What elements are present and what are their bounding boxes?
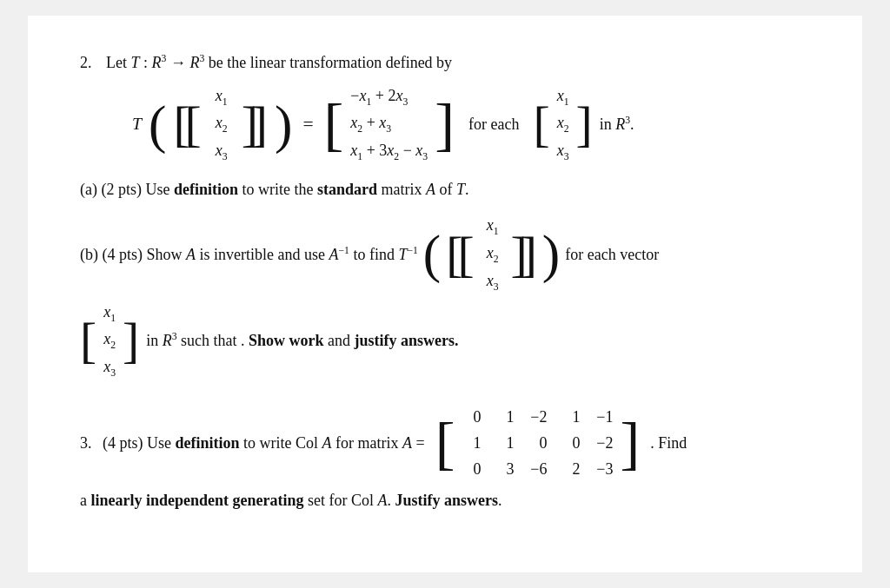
pb2-vector: x1 x2 x3 — [98, 301, 121, 381]
pb-v-row-1: x1 — [487, 214, 499, 240]
m-1-3: 0 — [561, 432, 580, 456]
problem-2-label: 2. — [80, 50, 92, 76]
rhs-row-3: x3 — [557, 139, 569, 165]
transformation-equation: T ( [ [ x1 x2 x3 ] ] ) = — [80, 84, 810, 165]
m-1-4: −2 — [594, 432, 613, 456]
m-0-0: 0 — [462, 406, 481, 430]
pb2-v2: x2 — [103, 327, 116, 353]
part-b-dbl-left: [ [ — [446, 229, 475, 280]
part-b-dbl-right: ] ] — [508, 229, 536, 280]
input-row-1: x1 — [216, 84, 228, 110]
input-row-2: x2 — [216, 111, 228, 137]
part-b-for-each-vector: for each vector — [565, 242, 659, 268]
problem-3-text: (4 pts) Use definition to write Col A fo… — [103, 431, 425, 456]
page: 2. Let T : R3 → R3 be the linear transfo… — [28, 16, 862, 573]
part-a: (a) (2 pts) Use definition to write the … — [80, 177, 810, 202]
output-row-2: x2 + x3 — [350, 111, 391, 137]
problem-2-intro: Let T : R3 → R3 be the linear transforma… — [106, 50, 452, 76]
outer-paren-right: ) — [275, 98, 292, 151]
m-1-1: 1 — [495, 432, 514, 456]
m-2-2: −6 — [528, 458, 547, 482]
pb2-bk-left: [ — [80, 315, 96, 366]
part-b-col-vector: [ x1 x2 x3 ] — [80, 301, 139, 381]
m-2-3: 2 — [561, 458, 580, 482]
input-vector: x1 x2 x3 — [210, 84, 233, 165]
matrix3x5-bracket-right: ] — [620, 413, 640, 472]
part-b-line2: [ x1 x2 x3 ] in R3 such that . Show work… — [80, 301, 810, 381]
inner-bracket-left-2: [ — [185, 99, 202, 149]
inner-bracket-right-2: ] — [251, 99, 268, 149]
output-matrix: −x1 + 2x3 x2 + x3 x1 + 3x2 − x3 — [345, 84, 433, 165]
pb2-v3: x3 — [103, 355, 116, 381]
problem-2-header: 2. Let T : R3 → R3 be the linear transfo… — [80, 50, 810, 76]
equals-sign: = — [302, 109, 313, 140]
part-b-line: (b) (4 pts) Show A is invertible and use… — [80, 214, 810, 294]
m-1-2: 0 — [528, 432, 547, 456]
find-text: . Find — [650, 431, 687, 456]
rhs-row-1: x1 — [557, 84, 569, 110]
output-bracket-right: ] — [435, 95, 455, 154]
pb-bk-r2: ] — [521, 229, 537, 280]
in-r3-text: in R3. — [600, 112, 634, 137]
for-each-text: for each — [468, 112, 519, 137]
pb-v-row-2: x2 — [487, 241, 499, 268]
part-b: (b) (4 pts) Show A is invertible and use… — [80, 214, 810, 380]
rhs-vector: x1 x2 x3 — [552, 84, 575, 165]
pb-bk-l2: [ — [457, 229, 474, 280]
m-0-2: −2 — [528, 406, 547, 430]
m-2-1: 3 — [495, 458, 514, 482]
matrix-row-3: 0 3 −6 2 −3 — [462, 458, 613, 482]
problem-2: 2. Let T : R3 → R3 be the linear transfo… — [80, 50, 810, 381]
problem-3-conclusion: a linearly independent generating set fo… — [80, 492, 502, 509]
part-b-paren-right: ) — [542, 228, 560, 281]
problem-3-last-line: a linearly independent generating set fo… — [80, 488, 810, 513]
output-row-3: x1 + 3x2 − x3 — [350, 139, 428, 165]
m-2-4: −3 — [594, 458, 613, 482]
m-2-0: 0 — [462, 458, 481, 482]
input-double-bracket-right: ] ] — [240, 99, 268, 149]
pb2-v1: x1 — [103, 301, 116, 327]
matrix-row-2: 1 1 0 0 −2 — [462, 432, 613, 456]
matrix-3x5-content: 0 1 −2 1 −1 1 1 0 0 −2 0 — [456, 406, 618, 482]
part-b-paren-left: ( — [423, 228, 441, 281]
output-matrix-wrap: [ −x1 + 2x3 x2 + x3 x1 + 3x2 − x3 ] — [324, 84, 455, 165]
rhs-bracket-left: [ — [533, 99, 549, 149]
outer-paren-left: ( — [149, 98, 166, 151]
matrix3x5-bracket-left: [ — [435, 413, 455, 472]
input-row-3: x3 — [216, 139, 228, 165]
in-r3-such-text: in R3 such that . Show work and justify … — [146, 328, 458, 353]
rhs-bracket-right: ] — [575, 99, 592, 149]
output-row-1: −x1 + 2x3 — [350, 84, 408, 110]
rhs-vector-wrap: [ x1 x2 x3 ] — [533, 84, 592, 165]
part-b-vector: x1 x2 x3 — [482, 214, 504, 294]
output-bracket-left: [ — [324, 95, 344, 154]
part-a-text: (a) (2 pts) Use definition to write the … — [80, 181, 469, 198]
T-symbol: T — [132, 110, 142, 138]
input-double-bracket-left: [ [ — [173, 99, 203, 149]
part-b-text: (b) (4 pts) Show A is invertible and use… — [80, 242, 418, 268]
m-1-0: 1 — [462, 432, 481, 456]
pb2-bk-right: ] — [123, 315, 139, 366]
m-0-3: 1 — [561, 406, 580, 430]
matrix-A-3x5: [ 0 1 −2 1 −1 1 1 0 0 −2 — [435, 406, 641, 482]
problem-3-header: 3. (4 pts) Use definition to write Col A… — [80, 406, 810, 482]
m-0-4: −1 — [594, 406, 613, 430]
matrix-row-1: 0 1 −2 1 −1 — [462, 406, 613, 430]
rhs-row-2: x2 — [557, 111, 569, 137]
pb-v-row-3: x3 — [487, 269, 499, 295]
problem-3-label: 3. — [80, 431, 92, 456]
m-0-1: 1 — [495, 406, 514, 430]
problem-3: 3. (4 pts) Use definition to write Col A… — [80, 406, 810, 513]
